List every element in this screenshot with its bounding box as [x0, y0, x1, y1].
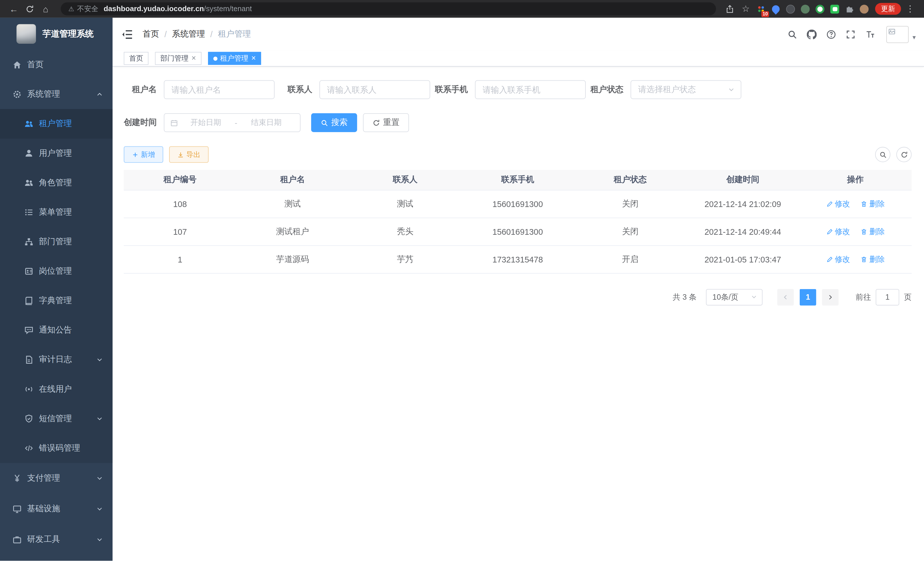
sidebar-item-dept-management[interactable]: 部门管理 — [0, 227, 112, 256]
user-avatar[interactable] — [886, 26, 909, 43]
reload-icon[interactable] — [22, 1, 38, 17]
column-tenant-name: 租户名 — [236, 170, 349, 190]
content-area: 租户名 联系人 联系手机 租户状态 请选择租户状态 — [112, 67, 924, 561]
trash-icon — [861, 228, 868, 235]
close-icon[interactable]: × — [251, 55, 256, 62]
extension-icon-green[interactable] — [798, 1, 813, 17]
navbar: 首页 / 系统管理 / 租户管理 ▾ — [112, 18, 924, 51]
tags-view: 首页 部门管理 × 租户管理 × — [112, 51, 924, 67]
sidebar-item-user-management[interactable]: 用户管理 — [0, 139, 112, 168]
sidebar-item-menu-management[interactable]: 菜单管理 — [0, 198, 112, 227]
edit-button[interactable]: 修改 — [826, 226, 850, 237]
download-icon — [177, 151, 184, 158]
sidebar-item-audit-log[interactable]: 审计日志 — [0, 345, 112, 375]
sidebar-item-dict-management[interactable]: 字典管理 — [0, 286, 112, 315]
sidebar-item-home[interactable]: 首页 — [0, 50, 112, 80]
avatar-caret-down-icon[interactable]: ▾ — [913, 33, 916, 41]
extension-icon-dots[interactable]: 10 — [754, 1, 769, 17]
status-label: 租户状态 — [591, 84, 631, 95]
address-bar[interactable]: ⚠ 不安全 dashboard.yudao.iocoder.cn/system/… — [61, 2, 716, 15]
update-button[interactable]: 更新 — [875, 3, 901, 15]
sidebar-item-post-management[interactable]: 岗位管理 — [0, 256, 112, 286]
help-icon[interactable] — [822, 25, 841, 44]
phone-input[interactable] — [483, 85, 578, 94]
add-button[interactable]: 新增 — [124, 146, 163, 163]
page-size-select[interactable]: 10条/页 — [706, 289, 763, 305]
export-button[interactable]: 导出 — [169, 146, 208, 163]
sidebar-item-sms-management[interactable]: 短信管理 — [0, 404, 112, 433]
extension-icon-ring[interactable] — [813, 1, 827, 17]
briefcase-icon — [12, 535, 22, 544]
contact-input[interactable] — [327, 85, 423, 94]
chevron-right-icon — [827, 293, 834, 301]
search-icon — [321, 119, 328, 127]
sidebar-collapse-icon[interactable] — [122, 28, 134, 40]
back-icon[interactable]: ← — [6, 1, 22, 17]
sidebar-item-system-management[interactable]: 系统管理 — [0, 80, 112, 109]
monitor-icon — [12, 504, 22, 514]
security-label: 不安全 — [77, 4, 98, 14]
sidebar-item-role-management[interactable]: 角色管理 — [0, 168, 112, 198]
tab-dept-management[interactable]: 部门管理 × — [155, 52, 201, 65]
edit-button[interactable]: 修改 — [826, 199, 850, 209]
extension-icon-globe[interactable] — [783, 1, 798, 17]
user-icon — [24, 149, 34, 158]
toggle-search-button[interactable] — [875, 147, 891, 162]
breadcrumb-system[interactable]: 系统管理 — [172, 29, 205, 39]
page-number-1[interactable]: 1 — [800, 289, 816, 305]
logo-avatar — [16, 24, 36, 44]
cell-created: 2021-12-14 21:02:09 — [687, 190, 799, 218]
edit-icon — [826, 200, 833, 207]
tab-home[interactable]: 首页 — [124, 52, 148, 65]
app-logo[interactable]: 芋道管理系统 — [0, 18, 112, 50]
delete-button[interactable]: 删除 — [861, 199, 885, 209]
sidebar-item-dev-tools[interactable]: 研发工具 — [0, 524, 112, 555]
goto-page-input[interactable] — [876, 289, 899, 305]
close-icon[interactable]: × — [191, 55, 196, 62]
reset-button[interactable]: 重置 — [363, 113, 409, 132]
table-row: 107 测试租户 秃头 15601691300 关闭 2021-12-14 20… — [124, 218, 912, 245]
sidebar-menu: 首页 系统管理 租户管理 用户管理 角色管理 — [0, 50, 112, 555]
extension-badge: 10 — [761, 11, 769, 17]
refresh-table-button[interactable] — [896, 147, 912, 162]
font-size-icon[interactable] — [861, 25, 880, 44]
refresh-icon — [373, 119, 380, 127]
delete-button[interactable]: 删除 — [861, 226, 885, 237]
search-button[interactable]: 搜索 — [311, 113, 357, 132]
extension-icon-drop[interactable] — [769, 1, 783, 17]
header-search-icon[interactable] — [783, 25, 802, 44]
extensions-puzzle-icon[interactable] — [842, 1, 857, 17]
home-icon[interactable]: ⌂ — [38, 1, 54, 17]
extension-icon-chat[interactable] — [827, 1, 842, 17]
yen-icon — [12, 474, 22, 483]
browser-menu-icon[interactable]: ⋮ — [902, 1, 918, 17]
cell-status: 开启 — [574, 245, 687, 273]
tenant-name-input[interactable] — [171, 85, 267, 94]
breadcrumb-home[interactable]: 首页 — [142, 29, 159, 39]
toolbar-right — [875, 147, 912, 162]
delete-button[interactable]: 删除 — [861, 254, 885, 265]
sidebar-item-payment-management[interactable]: 支付管理 — [0, 463, 112, 493]
next-page-button[interactable] — [822, 289, 838, 305]
cell-tenant-name: 测试租户 — [236, 218, 349, 245]
bookmark-star-icon[interactable]: ☆ — [738, 1, 754, 17]
fullscreen-icon[interactable] — [841, 25, 861, 44]
sidebar-item-online-users[interactable]: 在线用户 — [0, 375, 112, 404]
edit-button[interactable]: 修改 — [826, 254, 850, 265]
phone-label: 联系手机 — [435, 84, 475, 95]
github-icon[interactable] — [802, 25, 822, 44]
screen: ← ⌂ ⚠ 不安全 dashboard.yudao.iocoder.cn/sys… — [0, 0, 924, 561]
sidebar-item-infrastructure[interactable]: 基础设施 — [0, 493, 112, 524]
sidebar-item-notice[interactable]: 通知公告 — [0, 315, 112, 345]
share-icon[interactable] — [722, 1, 738, 17]
tab-tenant-management[interactable]: 租户管理 × — [208, 52, 261, 65]
prev-page-button[interactable] — [777, 289, 794, 305]
sidebar-item-tenant-management[interactable]: 租户管理 — [0, 109, 112, 139]
date-range-picker[interactable]: 开始日期 - 结束日期 — [164, 113, 301, 132]
chevron-down-icon — [96, 475, 103, 482]
org-tree-icon — [24, 237, 34, 247]
sidebar-item-error-code-management[interactable]: 错误码管理 — [0, 433, 112, 463]
status-select[interactable]: 请选择租户状态 — [631, 80, 741, 99]
browser-profile-avatar[interactable] — [857, 1, 872, 17]
column-phone: 联系手机 — [461, 170, 574, 190]
